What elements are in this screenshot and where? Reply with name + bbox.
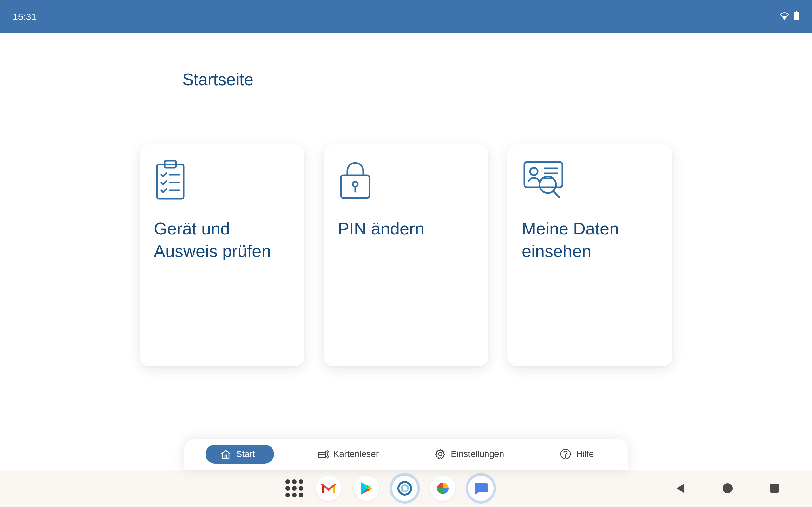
nav-label: Start bbox=[236, 449, 255, 459]
play-store-icon[interactable] bbox=[354, 475, 379, 501]
card-change-pin[interactable]: PIN ändern bbox=[323, 145, 489, 366]
card-check-device[interactable]: Gerät und Ausweis prüfen bbox=[140, 145, 305, 366]
recent-apps-button[interactable] bbox=[769, 483, 780, 494]
card-view-my-data[interactable]: Meine Daten einsehen bbox=[507, 145, 672, 366]
svg-point-11 bbox=[530, 168, 538, 175]
content-area: Startseite Gerät und Ausweis prüfen bbox=[0, 33, 812, 469]
svg-rect-2 bbox=[157, 164, 184, 199]
dock bbox=[286, 475, 494, 501]
svg-point-22 bbox=[565, 457, 566, 457]
status-time: 15:31 bbox=[13, 11, 37, 22]
nav-help[interactable]: Hilfe bbox=[547, 445, 606, 464]
card-reader-icon bbox=[317, 448, 329, 460]
nav-label: Einstellungen bbox=[451, 449, 504, 459]
svg-point-24 bbox=[402, 485, 408, 492]
home-icon bbox=[220, 448, 232, 460]
nav-label: Kartenleser bbox=[334, 449, 379, 459]
photos-icon[interactable] bbox=[430, 475, 455, 501]
back-button[interactable] bbox=[675, 482, 687, 495]
id-search-icon bbox=[522, 159, 658, 200]
cards-row: Gerät und Ausweis prüfen PIN ändern bbox=[0, 145, 812, 366]
wifi-icon bbox=[780, 11, 789, 22]
nav-start[interactable]: Start bbox=[206, 445, 274, 464]
nav-settings[interactable]: Einstellungen bbox=[421, 445, 517, 464]
svg-rect-1 bbox=[794, 12, 799, 20]
svg-point-23 bbox=[398, 482, 411, 495]
svg-rect-17 bbox=[225, 455, 227, 458]
system-nav-bar bbox=[0, 469, 812, 507]
gear-icon bbox=[434, 448, 446, 460]
card-title: Gerät und Ausweis prüfen bbox=[154, 217, 290, 263]
nav-label: Hilfe bbox=[576, 449, 594, 459]
svg-point-20 bbox=[439, 452, 442, 456]
svg-rect-18 bbox=[318, 452, 325, 458]
card-title: PIN ändern bbox=[338, 217, 474, 240]
status-bar: 15:31 bbox=[0, 0, 812, 33]
app-bottom-nav: Start Kartenleser Einstellungen Hilfe bbox=[184, 439, 628, 469]
messages-icon[interactable] bbox=[468, 475, 494, 501]
checklist-icon bbox=[154, 159, 290, 200]
home-button[interactable] bbox=[721, 482, 734, 495]
status-icons bbox=[780, 11, 799, 22]
ausweisapp-icon[interactable] bbox=[392, 475, 417, 501]
svg-point-25 bbox=[722, 483, 733, 493]
card-title: Meine Daten einsehen bbox=[522, 217, 658, 263]
app-drawer-icon[interactable] bbox=[286, 480, 303, 497]
svg-rect-26 bbox=[770, 484, 779, 493]
lock-icon bbox=[338, 159, 474, 200]
gmail-icon[interactable] bbox=[316, 475, 341, 501]
nav-card-reader[interactable]: Kartenleser bbox=[304, 445, 392, 464]
battery-icon bbox=[794, 11, 799, 22]
svg-line-16 bbox=[554, 191, 559, 198]
svg-rect-0 bbox=[796, 11, 798, 12]
page-title: Startseite bbox=[183, 70, 812, 89]
system-buttons bbox=[675, 482, 780, 495]
help-icon bbox=[560, 448, 571, 460]
